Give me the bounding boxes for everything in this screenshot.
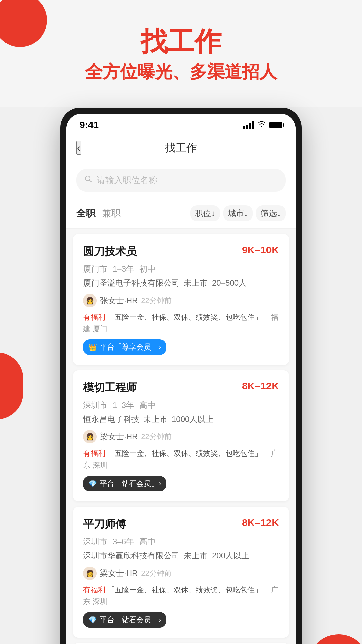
signal-icon (243, 121, 254, 129)
job-meta: 厦门市 1–3年 初中 (83, 264, 279, 274)
search-container: 请输入职位名称 (66, 162, 296, 198)
job-hr: 👩 梁女士·HR 22分钟前 (83, 430, 279, 443)
filter-btn-position[interactable]: 职位↓ (190, 205, 220, 221)
filter-btn-screen[interactable]: 筛选↓ (256, 205, 286, 221)
status-icons (243, 120, 282, 130)
search-placeholder: 请输入职位名称 (97, 174, 158, 186)
job-hr: 👩 张女士·HR 22分钟前 (83, 294, 279, 307)
hr-name: 张女士·HR (100, 295, 138, 306)
member-badge[interactable]: 👑 平台「尊享会员」› (83, 339, 166, 355)
job-hr: 👩 梁女士·HR 22分钟前 (83, 567, 279, 580)
job-salary: 8K–12K (242, 380, 279, 392)
search-bar[interactable]: 请输入职位名称 (76, 169, 286, 192)
job-company: 恒永昌电子科技 未上市 1000人以上 (83, 414, 279, 425)
job-benefits: 有福利 「五险一金、社保、双休、绩效奖、包吃包住」 广东 深圳 (83, 447, 279, 471)
hr-avatar: 👩 (83, 567, 97, 580)
wifi-icon (257, 120, 266, 130)
jobs-list: 圆刀技术员 9K–10K 厦门市 1–3年 初中 厦门圣溢电子科技有限公司 未上… (66, 229, 296, 644)
job-benefits: 有福利 「五险一金、社保、双休、绩效奖、包吃包住」 福建 厦门 (83, 311, 279, 335)
job-card[interactable]: 平刀师傅 8K–12K 深圳市 3–6年 高中 深圳市华赢欣科技有限公司 未上市… (73, 507, 289, 638)
app-header: ‹ 找工作 (66, 134, 296, 162)
status-bar: 9:41 (66, 114, 296, 134)
corner-decoration-mid-left (0, 352, 23, 419)
job-meta: 深圳市 1–3年 高中 (83, 400, 279, 411)
hr-time: 22分钟前 (141, 568, 171, 578)
page-header: 找工作 全方位曝光、多渠道招人 (0, 0, 362, 98)
corner-decoration-bottom-right (308, 634, 362, 644)
job-meta: 深圳市 3–6年 高中 (83, 536, 279, 547)
search-icon (84, 175, 93, 185)
hr-name: 梁女士·HR (100, 431, 138, 442)
job-card[interactable]: 模切工程师 8K–12K 深圳市 1–3年 高中 恒永昌电子科技 未上市 100… (73, 370, 289, 501)
hr-avatar: 👩 (83, 430, 97, 443)
member-badge[interactable]: 💎 平台「钻石会员」› (83, 612, 166, 628)
hr-time: 22分钟前 (141, 432, 171, 442)
job-salary: 8K–12K (242, 517, 279, 528)
job-company: 深圳市华赢欣科技有限公司 未上市 200人以上 (83, 550, 279, 561)
member-badge[interactable]: 💎 平台「钻石会员」› (83, 476, 166, 491)
filter-tab-fulltime[interactable]: 全职 (76, 204, 102, 222)
back-button[interactable]: ‹ (76, 141, 81, 155)
filter-bar: 全职 兼职 职位↓ 城市↓ 筛选↓ (66, 198, 296, 229)
status-time: 9:41 (80, 120, 99, 130)
battery-icon (269, 122, 282, 128)
job-salary: 9K–10K (242, 244, 279, 256)
filter-tab-parttime[interactable]: 兼职 (102, 204, 127, 222)
job-title: 平刀师傅 (83, 517, 126, 532)
phone-screen: 9:41 ‹ 找 (66, 114, 296, 644)
hr-avatar: 👩 (83, 294, 97, 307)
job-title: 圆刀技术员 (83, 244, 137, 259)
header-title: 找工作 (165, 141, 197, 155)
job-card[interactable]: 圆刀技术员 9K–10K 厦门市 1–3年 初中 厦门圣溢电子科技有限公司 未上… (73, 234, 289, 365)
filter-btn-city[interactable]: 城市↓ (223, 205, 253, 221)
svg-line-1 (90, 180, 92, 182)
phone-frame: 9:41 ‹ 找 (60, 108, 302, 644)
job-company: 厦门圣溢电子科技有限公司 未上市 20–500人 (83, 278, 279, 288)
job-title: 模切工程师 (83, 380, 137, 395)
hr-time: 22分钟前 (141, 296, 171, 306)
page-title-main: 找工作 (13, 27, 349, 56)
job-benefits: 有福利 「五险一金、社保、双休、绩效奖、包吃包住」 广东 深圳 (83, 584, 279, 607)
hr-name: 梁女士·HR (100, 568, 138, 579)
page-title-sub: 全方位曝光、多渠道招人 (13, 60, 349, 84)
